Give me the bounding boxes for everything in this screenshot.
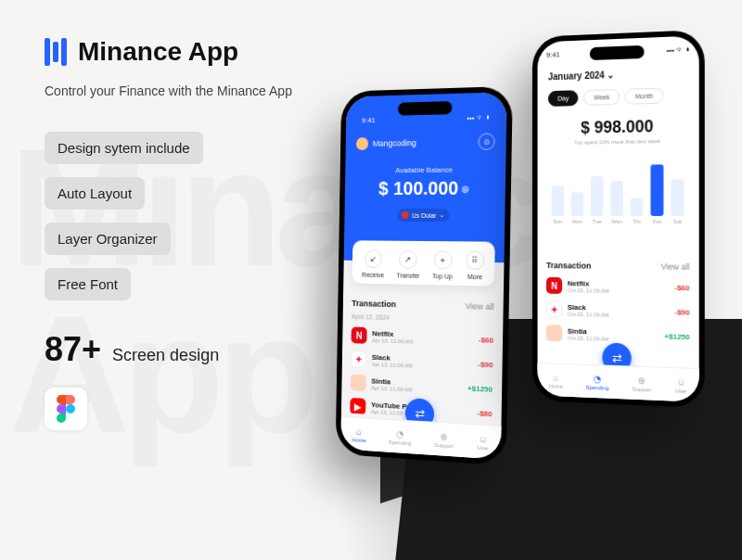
nav-label: Home (352, 437, 365, 443)
nav-support[interactable]: ⊕Support (434, 430, 454, 448)
nav-user[interactable]: ☺User (477, 433, 489, 451)
figma-badge (45, 388, 87, 430)
user-icon: ☺ (479, 433, 488, 444)
feature-chip: Design sytem include (45, 132, 203, 164)
svg-point-0 (66, 404, 75, 414)
screen-count-label: Screen design (112, 346, 219, 365)
screen-count-number: 87+ (45, 330, 101, 369)
feature-chip: Auto Layout (45, 177, 145, 210)
support-icon: ⊕ (441, 431, 448, 442)
figma-icon (56, 395, 76, 423)
feature-chip: Layer Organizer (45, 223, 171, 255)
nav-label: User (477, 444, 489, 451)
brand-logo (45, 38, 67, 66)
brand-name: Minance App (78, 37, 238, 67)
nav-label: Spending (389, 439, 411, 446)
feature-chip: Free Font (45, 268, 131, 300)
subtitle: Control your Finance with the Minance Ap… (45, 83, 742, 98)
nav-label: Support (434, 441, 454, 448)
nav-spending[interactable]: ◔Spending (389, 427, 412, 445)
